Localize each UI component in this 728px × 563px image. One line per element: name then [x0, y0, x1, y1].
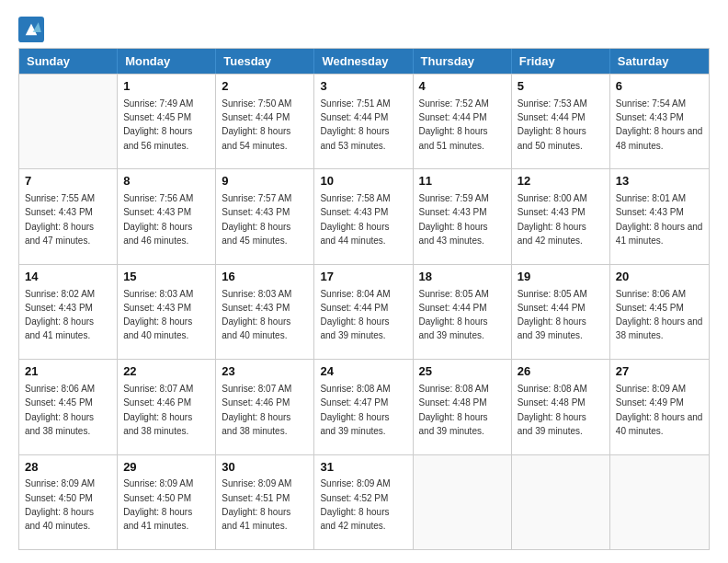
cell-info: Sunrise: 8:05 AMSunset: 4:44 PMDaylight:… — [518, 289, 587, 341]
cell-info: Sunrise: 8:09 AMSunset: 4:50 PMDaylight:… — [25, 478, 95, 531]
day-number: 21 — [25, 363, 111, 381]
day-cell-29: 29 Sunrise: 8:09 AMSunset: 4:50 PMDaylig… — [118, 455, 216, 549]
day-cell-11: 11 Sunrise: 7:59 AMSunset: 4:43 PMDaylig… — [414, 169, 512, 263]
week-row-4: 21 Sunrise: 8:06 AMSunset: 4:45 PMDaylig… — [19, 359, 709, 454]
day-cell-15: 15 Sunrise: 8:03 AMSunset: 4:43 PMDaylig… — [118, 265, 216, 359]
week-row-5: 28 Sunrise: 8:09 AMSunset: 4:50 PMDaylig… — [19, 454, 709, 549]
cell-info: Sunrise: 8:09 AMSunset: 4:51 PMDaylight:… — [222, 478, 291, 531]
cell-info: Sunrise: 7:57 AMSunset: 4:43 PMDaylight:… — [222, 193, 291, 246]
cell-info: Sunrise: 8:08 AMSunset: 4:47 PMDaylight:… — [320, 384, 390, 436]
cell-info: Sunrise: 7:53 AMSunset: 4:44 PMDaylight:… — [518, 98, 587, 151]
day-number: 5 — [518, 78, 604, 96]
cell-info: Sunrise: 8:08 AMSunset: 4:48 PMDaylight:… — [518, 384, 587, 436]
day-cell-8: 8 Sunrise: 7:56 AMSunset: 4:43 PMDayligh… — [118, 169, 216, 263]
day-number: 4 — [419, 78, 506, 96]
day-cell-3: 3 Sunrise: 7:51 AMSunset: 4:44 PMDayligh… — [314, 75, 413, 168]
day-number: 10 — [320, 173, 406, 190]
empty-cell — [610, 455, 709, 549]
cell-info: Sunrise: 7:51 AMSunset: 4:44 PMDaylight:… — [320, 98, 390, 151]
day-cell-1: 1 Sunrise: 7:49 AMSunset: 4:45 PMDayligh… — [118, 75, 216, 168]
cell-info: Sunrise: 8:09 AMSunset: 4:50 PMDaylight:… — [123, 478, 193, 531]
calendar-body: 1 Sunrise: 7:49 AMSunset: 4:45 PMDayligh… — [19, 74, 709, 549]
day-number: 13 — [616, 173, 703, 190]
calendar-header: SundayMondayTuesdayWednesdayThursdayFrid… — [19, 49, 709, 74]
cell-info: Sunrise: 7:52 AMSunset: 4:44 PMDaylight:… — [419, 98, 489, 151]
day-cell-12: 12 Sunrise: 8:00 AMSunset: 4:43 PMDaylig… — [512, 169, 610, 263]
cell-info: Sunrise: 8:03 AMSunset: 4:43 PMDaylight:… — [123, 289, 193, 341]
day-cell-16: 16 Sunrise: 8:03 AMSunset: 4:43 PMDaylig… — [216, 265, 314, 359]
week-row-1: 1 Sunrise: 7:49 AMSunset: 4:45 PMDayligh… — [19, 74, 709, 168]
header-day-sunday: Sunday — [19, 49, 118, 74]
day-cell-17: 17 Sunrise: 8:04 AMSunset: 4:44 PMDaylig… — [314, 265, 413, 359]
cell-info: Sunrise: 8:02 AMSunset: 4:43 PMDaylight:… — [25, 289, 95, 341]
empty-cell — [512, 455, 610, 549]
day-number: 22 — [123, 363, 210, 381]
day-number: 11 — [419, 173, 506, 190]
day-cell-31: 31 Sunrise: 8:09 AMSunset: 4:52 PMDaylig… — [314, 455, 413, 549]
cell-info: Sunrise: 7:55 AMSunset: 4:43 PMDaylight:… — [25, 193, 95, 246]
day-number: 25 — [419, 363, 506, 381]
week-row-2: 7 Sunrise: 7:55 AMSunset: 4:43 PMDayligh… — [19, 168, 709, 263]
day-cell-23: 23 Sunrise: 8:07 AMSunset: 4:46 PMDaylig… — [216, 360, 314, 454]
day-number: 7 — [25, 173, 111, 190]
day-number: 19 — [518, 269, 604, 286]
day-cell-7: 7 Sunrise: 7:55 AMSunset: 4:43 PMDayligh… — [19, 169, 118, 263]
day-number: 3 — [320, 78, 406, 96]
cell-info: Sunrise: 7:56 AMSunset: 4:43 PMDaylight:… — [123, 193, 193, 246]
day-cell-30: 30 Sunrise: 8:09 AMSunset: 4:51 PMDaylig… — [216, 455, 314, 549]
cell-info: Sunrise: 8:06 AMSunset: 4:45 PMDaylight:… — [25, 384, 95, 436]
day-number: 27 — [616, 363, 703, 381]
header-day-thursday: Thursday — [414, 49, 512, 74]
day-cell-5: 5 Sunrise: 7:53 AMSunset: 4:44 PMDayligh… — [512, 75, 610, 168]
day-cell-28: 28 Sunrise: 8:09 AMSunset: 4:50 PMDaylig… — [19, 455, 118, 549]
cell-info: Sunrise: 7:58 AMSunset: 4:43 PMDaylight:… — [320, 193, 390, 246]
day-number: 16 — [222, 269, 308, 286]
cell-info: Sunrise: 8:00 AMSunset: 4:43 PMDaylight:… — [518, 193, 587, 246]
day-cell-19: 19 Sunrise: 8:05 AMSunset: 4:44 PMDaylig… — [512, 265, 610, 359]
day-number: 15 — [123, 269, 210, 286]
header-day-wednesday: Wednesday — [314, 49, 413, 74]
day-cell-18: 18 Sunrise: 8:05 AMSunset: 4:44 PMDaylig… — [414, 265, 512, 359]
day-number: 26 — [518, 363, 604, 381]
cell-info: Sunrise: 8:07 AMSunset: 4:46 PMDaylight:… — [123, 384, 193, 436]
header-day-friday: Friday — [512, 49, 610, 74]
cell-info: Sunrise: 8:08 AMSunset: 4:48 PMDaylight:… — [419, 384, 489, 436]
logo-icon — [18, 17, 44, 42]
day-cell-21: 21 Sunrise: 8:06 AMSunset: 4:45 PMDaylig… — [19, 360, 118, 454]
cell-info: Sunrise: 8:03 AMSunset: 4:43 PMDaylight:… — [222, 289, 291, 341]
page: SundayMondayTuesdayWednesdayThursdayFrid… — [0, 0, 728, 563]
day-number: 14 — [25, 269, 111, 286]
day-cell-9: 9 Sunrise: 7:57 AMSunset: 4:43 PMDayligh… — [216, 169, 314, 263]
cell-info: Sunrise: 8:09 AMSunset: 4:49 PMDaylight:… — [616, 384, 703, 436]
day-number: 1 — [123, 78, 210, 96]
cell-info: Sunrise: 8:09 AMSunset: 4:52 PMDaylight:… — [320, 478, 390, 531]
day-number: 31 — [320, 459, 406, 477]
day-number: 8 — [123, 173, 210, 190]
day-number: 30 — [222, 459, 308, 477]
day-cell-4: 4 Sunrise: 7:52 AMSunset: 4:44 PMDayligh… — [414, 75, 512, 168]
day-number: 20 — [616, 269, 703, 286]
logo — [18, 17, 48, 42]
calendar: SundayMondayTuesdayWednesdayThursdayFrid… — [18, 48, 710, 550]
cell-info: Sunrise: 8:04 AMSunset: 4:44 PMDaylight:… — [320, 289, 390, 341]
day-number: 24 — [320, 363, 406, 381]
day-number: 2 — [222, 78, 308, 96]
header-day-saturday: Saturday — [610, 49, 709, 74]
day-number: 9 — [222, 173, 308, 190]
header-day-monday: Monday — [118, 49, 216, 74]
empty-cell — [19, 75, 118, 168]
day-number: 28 — [25, 459, 111, 477]
day-number: 17 — [320, 269, 406, 286]
empty-cell — [414, 455, 512, 549]
cell-info: Sunrise: 7:50 AMSunset: 4:44 PMDaylight:… — [222, 98, 291, 151]
cell-info: Sunrise: 7:54 AMSunset: 4:43 PMDaylight:… — [616, 98, 703, 151]
day-number: 6 — [616, 78, 703, 96]
day-number: 12 — [518, 173, 604, 190]
day-cell-26: 26 Sunrise: 8:08 AMSunset: 4:48 PMDaylig… — [512, 360, 610, 454]
day-cell-13: 13 Sunrise: 8:01 AMSunset: 4:43 PMDaylig… — [610, 169, 709, 263]
header-day-tuesday: Tuesday — [216, 49, 314, 74]
day-cell-14: 14 Sunrise: 8:02 AMSunset: 4:43 PMDaylig… — [19, 265, 118, 359]
day-cell-24: 24 Sunrise: 8:08 AMSunset: 4:47 PMDaylig… — [314, 360, 413, 454]
cell-info: Sunrise: 8:05 AMSunset: 4:44 PMDaylight:… — [419, 289, 489, 341]
day-number: 18 — [419, 269, 506, 286]
